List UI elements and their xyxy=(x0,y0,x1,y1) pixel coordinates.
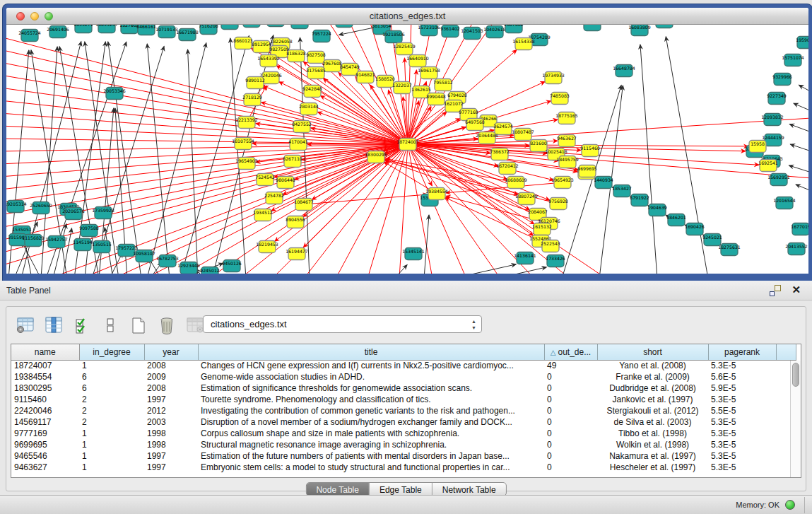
black-edge[interactable] xyxy=(789,124,808,132)
graph-node-teal[interactable]: 1733426 xyxy=(546,255,565,267)
table-row[interactable]: 1456911722003Disruption of a novel membe… xyxy=(11,416,796,428)
red-edge[interactable] xyxy=(6,144,408,151)
graph-node-yellow[interactable]: 9463627 xyxy=(557,135,577,147)
graph-node-teal[interactable]: 20691406 xyxy=(47,26,69,38)
graph-node-yellow[interactable]: 16961758 xyxy=(418,67,440,79)
select-all-icon[interactable] xyxy=(71,315,93,336)
graph-node-teal[interactable]: 12923448 xyxy=(177,262,200,274)
graph-node-yellow[interactable]: 9242848 xyxy=(302,86,322,98)
graph-node-teal[interactable]: 9102451 xyxy=(242,25,261,28)
graph-node-teal[interactable]: 20206576 xyxy=(62,208,85,220)
graph-node-teal[interactable]: 20053346 xyxy=(103,88,126,100)
graph-node-yellow[interactable]: 8186328 xyxy=(286,50,306,62)
graph-node-yellow[interactable]: 12825419 xyxy=(393,43,416,55)
graph-node-teal[interactable]: 8940216 xyxy=(654,25,674,28)
graph-node-yellow[interactable]: 8267110 xyxy=(283,156,302,168)
graph-node-teal[interactable]: 21065432 xyxy=(581,25,604,31)
graph-node-teal[interactable]: 1677019 xyxy=(791,223,808,235)
column-header-in_degree[interactable]: in_degree xyxy=(79,344,144,360)
graph-node-teal[interactable]: 16648784 xyxy=(613,65,635,77)
graph-node-teal[interactable]: 11156829 xyxy=(22,235,45,247)
graph-node-teal[interactable]: 14136141 xyxy=(514,252,536,264)
table-row[interactable]: 1830029562008Estimation of significance … xyxy=(11,382,796,394)
graph-node-teal[interactable]: 1690426 xyxy=(685,223,705,235)
black-edge[interactable] xyxy=(799,85,808,92)
graph-node-yellow[interactable]: 9115460 xyxy=(580,145,600,157)
table-options-icon[interactable] xyxy=(15,315,36,336)
graph-node-yellow[interactable]: 1322037 xyxy=(392,82,412,94)
column-header-out_de[interactable]: △out_de... xyxy=(544,344,597,360)
graph-node-yellow[interactable]: 18775165 xyxy=(555,112,578,124)
graph-node-yellow[interactable]: 8912954 xyxy=(252,41,271,53)
close-panel-icon[interactable]: ✕ xyxy=(792,284,801,296)
graph-node-teal[interactable]: 24055724 xyxy=(18,30,41,42)
graph-node-teal[interactable]: 9450126 xyxy=(222,260,242,272)
graph-node-yellow[interactable]: 2254782 xyxy=(264,192,284,204)
graph-node-yellow[interactable]: 8904556 xyxy=(286,216,305,228)
graph-node-yellow[interactable]: 18807249 xyxy=(515,193,538,205)
graph-node-teal[interactable]: 8466161 xyxy=(136,25,156,35)
black-edge[interactable] xyxy=(796,185,808,191)
window-titlebar[interactable]: citations_edges.txt xyxy=(6,8,808,25)
table-scrollbar-thumb[interactable] xyxy=(792,363,799,387)
network-view-canvas[interactable]: 2405572420691406985327110653257152760284… xyxy=(6,25,808,274)
table-row[interactable]: 977716911998Corpus callosum shape and si… xyxy=(11,428,796,439)
graph-node-yellow[interactable]: 12213392 xyxy=(235,117,258,129)
graph-node-yellow[interactable]: 7955812 xyxy=(433,79,453,91)
tab-edge-table[interactable]: Edge Table xyxy=(370,483,433,496)
red-edge[interactable] xyxy=(304,194,428,204)
graph-node-teal[interactable]: 7957224 xyxy=(312,30,331,42)
graph-node-teal[interactable]: 15723106 xyxy=(418,25,440,36)
black-edge[interactable] xyxy=(496,267,546,274)
graph-node-teal[interactable]: 9227349 xyxy=(767,93,787,105)
graph-node-teal[interactable]: 10653257 xyxy=(95,25,118,33)
delete-table-icon[interactable] xyxy=(156,315,177,336)
graph-node-teal[interactable]: 11731804 xyxy=(288,25,311,29)
graph-node-yellow[interactable]: 10688609 xyxy=(505,177,527,189)
red-edge[interactable] xyxy=(6,144,408,164)
graph-node-teal[interactable]: 9853271 xyxy=(73,25,93,33)
graph-node-teal[interactable]: 16083809 xyxy=(628,25,651,36)
column-header-title[interactable]: title xyxy=(198,344,544,360)
graph-node-teal[interactable]: 1350515 xyxy=(92,241,112,253)
graph-node-teal[interactable]: 9097588 xyxy=(79,225,99,237)
graph-node-yellow[interactable]: 16154338 xyxy=(512,38,535,50)
graph-node-yellow[interactable]: 8660123 xyxy=(233,37,253,49)
graph-node-yellow[interactable]: 9146821 xyxy=(355,71,375,83)
black-edge[interactable] xyxy=(790,144,808,151)
graph-node-yellow[interactable]: 6497568 xyxy=(465,119,485,131)
graph-node-teal[interactable]: 17359928 xyxy=(92,207,114,219)
graph-node-teal[interactable]: 15751074 xyxy=(782,54,804,66)
graph-node-teal[interactable]: 15345141 xyxy=(402,248,425,260)
black-edge[interactable] xyxy=(789,165,808,173)
column-header-year[interactable]: year xyxy=(144,344,198,360)
tab-network-table[interactable]: Network Table xyxy=(433,483,506,496)
red-edge[interactable] xyxy=(6,144,408,202)
graph-node-teal[interactable]: 9361402 xyxy=(440,25,460,37)
graph-node-yellow[interactable]: 18300295 xyxy=(365,151,387,163)
graph-node-teal[interactable]: 1959061 xyxy=(796,37,808,49)
graph-node-yellow[interactable]: 18107554 xyxy=(232,138,254,150)
graph-node-teal[interactable]: 2087682 xyxy=(504,25,524,33)
graph-node-yellow[interactable]: 18219453 xyxy=(256,241,278,253)
graph-node-yellow[interactable]: 19734933 xyxy=(542,72,565,84)
graph-node-yellow[interactable]: 1692541 xyxy=(758,160,778,172)
graph-node-teal[interactable]: 7516208 xyxy=(199,25,218,35)
red-edge[interactable] xyxy=(6,75,408,144)
tab-node-table[interactable]: Node Table xyxy=(306,483,370,496)
graph-node-teal[interactable]: 1440934 xyxy=(594,177,613,189)
graph-node-teal[interactable]: 1904639 xyxy=(647,204,667,216)
graph-node-yellow[interactable]: 19654923 xyxy=(551,177,574,189)
graph-node-yellow[interactable]: 1084677 xyxy=(294,199,314,211)
row-height-icon[interactable] xyxy=(100,315,121,336)
graph-node-teal[interactable]: 10958107 xyxy=(133,250,155,262)
table-row[interactable]: 2242004622012Investigating the contribut… xyxy=(11,405,796,416)
black-edge[interactable] xyxy=(212,35,273,274)
table-row[interactable]: 969969511998Structural magnetic resonanc… xyxy=(11,439,796,450)
black-edge[interactable] xyxy=(394,265,407,274)
graph-node-teal[interactable]: 12093832 xyxy=(761,114,784,126)
graph-node-yellow[interactable]: 9756928 xyxy=(548,198,568,210)
graph-node-teal[interactable]: 8571204 xyxy=(334,25,354,28)
graph-node-teal[interactable]: 10719133 xyxy=(155,26,178,38)
graph-node-yellow[interactable]: 16640910 xyxy=(406,55,429,67)
